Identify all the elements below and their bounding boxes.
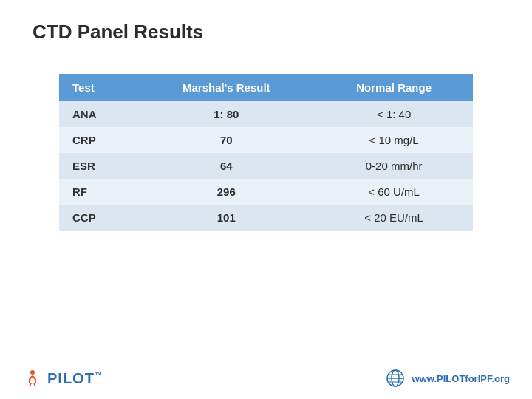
cell-range: < 10 mg/L — [315, 127, 473, 153]
footer-logo: PILOT™ — [22, 368, 103, 389]
cell-range: < 20 EU/mL — [315, 205, 473, 231]
cell-result: 1: 80 — [137, 101, 315, 127]
footer-url: www.PILOTforIPF.org — [412, 373, 510, 384]
svg-point-0 — [30, 370, 35, 375]
page-title: CTD Panel Results — [33, 21, 203, 44]
footer-right: www.PILOTforIPF.org — [386, 369, 510, 388]
cell-test: ESR — [59, 153, 137, 179]
table-row: ESR640-20 mm/hr — [59, 153, 473, 179]
table-row: ANA1: 80< 1: 40 — [59, 101, 473, 127]
results-table-wrapper: Test Marshal's Result Normal Range ANA1:… — [59, 74, 473, 231]
footer: PILOT™ www.PILOTforIPF.org — [0, 368, 532, 389]
cell-result: 64 — [137, 153, 315, 179]
cell-test: RF — [59, 179, 137, 205]
footer-trademark: ™ — [95, 371, 103, 379]
cell-result: 296 — [137, 179, 315, 205]
cell-test: ANA — [59, 101, 137, 127]
footer-logo-text: PILOT™ — [47, 370, 103, 387]
pilot-logo-icon — [22, 368, 43, 389]
cell-test: CCP — [59, 205, 137, 231]
table-row: CRP70< 10 mg/L — [59, 127, 473, 153]
cell-test: CRP — [59, 127, 137, 153]
cell-range: 0-20 mm/hr — [315, 153, 473, 179]
results-table: Test Marshal's Result Normal Range ANA1:… — [59, 74, 473, 231]
table-row: RF296< 60 U/mL — [59, 179, 473, 205]
cell-result: 70 — [137, 127, 315, 153]
page-container: CTD Panel Results Test Marshal's Result … — [0, 0, 532, 399]
globe-icon — [386, 369, 405, 388]
col-header-range: Normal Range — [315, 74, 473, 101]
col-header-result: Marshal's Result — [137, 74, 315, 101]
cell-range: < 1: 40 — [315, 101, 473, 127]
cell-range: < 60 U/mL — [315, 179, 473, 205]
footer-logo-label: PILOT — [47, 370, 95, 386]
table-header-row: Test Marshal's Result Normal Range — [59, 74, 473, 101]
cell-result: 101 — [137, 205, 315, 231]
table-row: CCP101< 20 EU/mL — [59, 205, 473, 231]
col-header-test: Test — [59, 74, 137, 101]
